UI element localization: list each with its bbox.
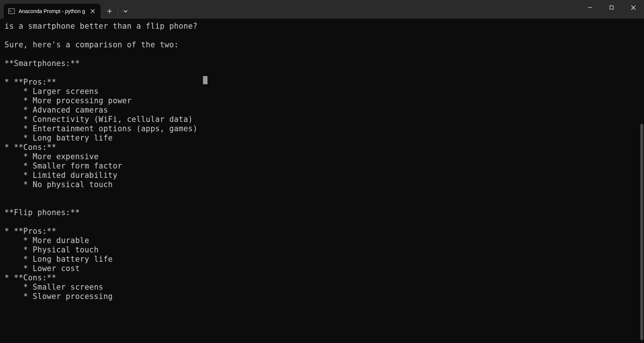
terminal-line: * Larger screens <box>4 87 99 96</box>
close-tab-button[interactable] <box>89 8 96 15</box>
terminal-line: * More expensive <box>4 152 99 161</box>
terminal-line: * More durable <box>4 236 89 245</box>
terminal-line: * **Pros:** <box>4 78 56 86</box>
svg-rect-0 <box>9 9 15 14</box>
terminal-line: * Connectivity (WiFi, cellular data) <box>4 115 193 124</box>
terminal-line: * Lower cost <box>4 264 80 273</box>
minimize-button[interactable] <box>579 0 601 15</box>
tab-active[interactable]: Anaconda Prompt - python g <box>4 4 101 19</box>
terminal-line: * Entertainment options (apps, games) <box>4 124 197 133</box>
terminal-line: * Limited durability <box>4 171 117 180</box>
terminal-line: * Smaller form factor <box>4 161 122 170</box>
terminal-line: * Advanced cameras <box>4 106 108 114</box>
terminal-line: **Smartphones:** <box>4 59 80 68</box>
terminal-line: * Long battery life <box>4 133 113 142</box>
terminal-line: * **Pros:** <box>4 227 56 236</box>
terminal-line: * No physical touch <box>4 180 113 189</box>
terminal-line: **Flip phones:** <box>4 208 80 217</box>
tabs-area: Anaconda Prompt - python g <box>0 0 132 19</box>
scrollbar-thumb[interactable] <box>640 124 643 340</box>
window-titlebar: Anaconda Prompt - python g <box>0 0 644 19</box>
new-tab-button[interactable] <box>103 4 116 18</box>
terminal-line: * Slower processing <box>4 292 113 301</box>
terminal-line: Sure, here's a comparison of the two: <box>4 40 179 49</box>
svg-rect-7 <box>610 6 613 9</box>
window-controls <box>579 0 644 15</box>
tab-divider <box>118 7 118 16</box>
terminal-line: * **Cons:** <box>4 143 56 152</box>
terminal-line: * Smaller screens <box>4 283 103 292</box>
scrollbar-track[interactable] <box>638 19 643 342</box>
close-window-button[interactable] <box>622 0 644 15</box>
terminal-line: * Physical touch <box>4 245 99 254</box>
tab-dropdown-button[interactable] <box>119 4 132 18</box>
terminal-output[interactable]: is a smartphone better than a flip phone… <box>0 19 644 343</box>
tab-title: Anaconda Prompt - python g <box>19 8 86 14</box>
terminal-line: * Long battery life <box>4 255 113 264</box>
terminal-line: * **Cons:** <box>4 273 56 282</box>
terminal-cursor <box>203 76 207 84</box>
terminal-line: * More processing power <box>4 96 131 105</box>
terminal-line: is a smartphone better than a flip phone… <box>4 22 197 31</box>
maximize-button[interactable] <box>601 0 622 15</box>
terminal-icon <box>8 8 15 15</box>
